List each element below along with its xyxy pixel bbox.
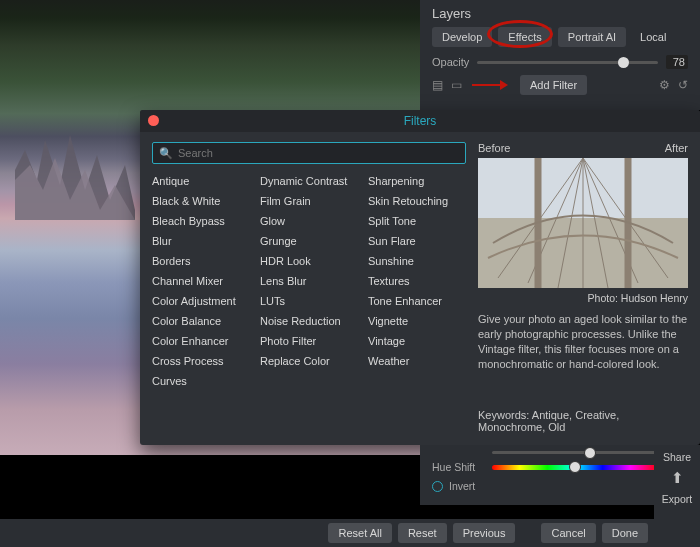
filter-item[interactable]: Tone Enhancer — [368, 294, 466, 308]
layers-panel: Layers Develop Effects Portrait AI Local… — [420, 0, 700, 110]
invert-label: Invert — [449, 480, 475, 492]
opacity-label: Opacity — [432, 56, 469, 68]
filter-item[interactable]: Grunge — [260, 234, 358, 248]
filter-item[interactable]: Vignette — [368, 314, 466, 328]
gear-icon[interactable]: ⚙ — [659, 78, 670, 92]
filter-item[interactable]: Color Enhancer — [152, 334, 250, 348]
filter-item[interactable]: Curves — [152, 374, 250, 388]
right-rail: Share ⬆ Export — [654, 445, 700, 527]
search-input[interactable] — [178, 147, 459, 159]
undo-icon[interactable]: ↺ — [678, 78, 688, 92]
hue-thumb[interactable] — [569, 461, 581, 473]
layers-title: Layers — [432, 6, 688, 21]
dialog-titlebar[interactable]: Filters — [140, 110, 700, 132]
filter-item[interactable]: Vintage — [368, 334, 466, 348]
filter-item[interactable]: Noise Reduction — [260, 314, 358, 328]
tab-effects[interactable]: Effects — [498, 27, 551, 47]
filter-item[interactable]: HDR Look — [260, 254, 358, 268]
export-icon[interactable]: ⬆ — [671, 469, 684, 487]
filter-item[interactable]: Skin Retouching — [368, 194, 466, 208]
search-icon: 🔍 — [159, 147, 173, 160]
filter-item[interactable]: Sun Flare — [368, 234, 466, 248]
button-bar: Reset All Reset Previous Cancel Done — [0, 519, 700, 547]
after-label: After — [665, 142, 688, 154]
reset-all-button[interactable]: Reset All — [328, 523, 391, 543]
cancel-button[interactable]: Cancel — [541, 523, 595, 543]
filter-item[interactable]: Photo Filter — [260, 334, 358, 348]
filter-item[interactable]: Split Tone — [368, 214, 466, 228]
filter-item[interactable]: Weather — [368, 354, 466, 368]
filter-keywords: Keywords: Antique, Creative, Monochrome,… — [478, 409, 688, 433]
annotation-arrow — [472, 80, 510, 90]
opacity-slider[interactable] — [477, 61, 658, 64]
mask-icon[interactable]: ▭ — [451, 78, 462, 92]
filter-item[interactable]: Color Balance — [152, 314, 250, 328]
filter-item[interactable]: LUTs — [260, 294, 358, 308]
opacity-thumb[interactable] — [618, 57, 629, 68]
filter-item[interactable]: Glow — [260, 214, 358, 228]
filter-item[interactable]: Dynamic Contrast — [260, 174, 358, 188]
filter-item[interactable]: Sharpening — [368, 174, 466, 188]
filter-item[interactable]: Sunshine — [368, 254, 466, 268]
filter-item[interactable]: Blur — [152, 234, 250, 248]
close-icon[interactable] — [148, 115, 159, 126]
share-button[interactable]: Share — [663, 451, 691, 463]
before-label: Before — [478, 142, 510, 154]
filter-list: AntiqueBlack & WhiteBleach BypassBlurBor… — [152, 174, 466, 388]
dialog-title: Filters — [404, 114, 437, 128]
filters-dialog: Filters 🔍 AntiqueBlack & WhiteBleach Byp… — [140, 110, 700, 445]
filter-item[interactable]: Lens Blur — [260, 274, 358, 288]
filter-item[interactable]: Textures — [368, 274, 466, 288]
previous-button[interactable]: Previous — [453, 523, 516, 543]
filter-description: Give your photo an aged look similar to … — [478, 312, 688, 371]
invert-toggle[interactable] — [432, 481, 443, 492]
photo-credit: Photo: Hudson Henry — [478, 292, 688, 304]
filter-item[interactable]: Cross Process — [152, 354, 250, 368]
filter-item[interactable]: Antique — [152, 174, 250, 188]
hue-shift-label: Hue Shift — [432, 461, 484, 473]
slider-thumb[interactable] — [584, 447, 596, 459]
filter-item[interactable]: Film Grain — [260, 194, 358, 208]
export-button[interactable]: Export — [662, 493, 692, 505]
tab-local[interactable]: Local — [632, 27, 674, 47]
tab-portrait-ai[interactable]: Portrait AI — [558, 27, 626, 47]
filter-item[interactable]: Replace Color — [260, 354, 358, 368]
filter-item[interactable]: Borders — [152, 254, 250, 268]
tab-develop[interactable]: Develop — [432, 27, 492, 47]
hue-shift-slider[interactable] — [492, 465, 658, 470]
done-button[interactable]: Done — [602, 523, 648, 543]
opacity-value: 78 — [666, 55, 688, 69]
filter-preview — [478, 158, 688, 288]
filter-item[interactable]: Color Adjustment — [152, 294, 250, 308]
reset-button[interactable]: Reset — [398, 523, 447, 543]
filter-item[interactable]: Black & White — [152, 194, 250, 208]
filter-item[interactable]: Channel Mixer — [152, 274, 250, 288]
layer-stack-icon[interactable]: ▤ — [432, 78, 443, 92]
layers-tabs: Develop Effects Portrait AI Local — [432, 27, 688, 47]
add-filter-button[interactable]: Add Filter — [520, 75, 587, 95]
search-box[interactable]: 🔍 — [152, 142, 466, 164]
filter-item[interactable]: Bleach Bypass — [152, 214, 250, 228]
